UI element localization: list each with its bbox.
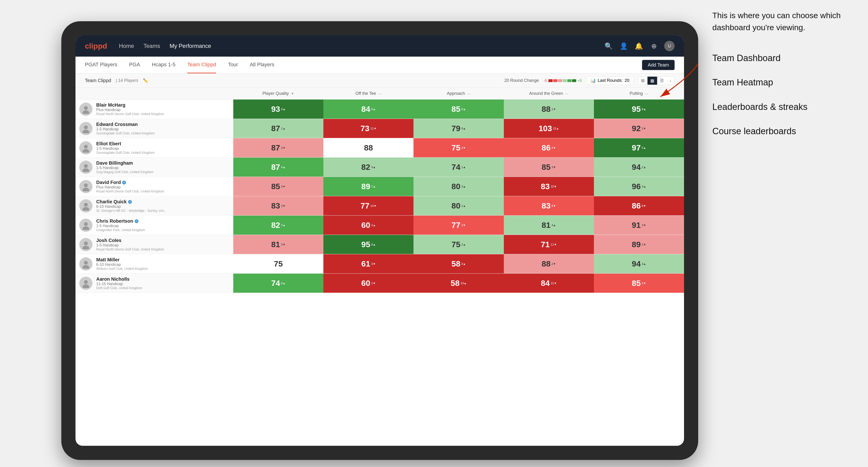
user-icon[interactable]: 👤 — [619, 41, 628, 51]
player-cell[interactable]: Aaron Nicholls 11-15 Handicap Drift Golf… — [75, 274, 233, 293]
score-value: 85 — [271, 182, 280, 191]
player-cell[interactable]: Elliot Ebert 1-5 Handicap Sunningdale Go… — [75, 138, 233, 157]
tab-pga[interactable]: PGA — [129, 57, 140, 73]
view-list-button[interactable]: ▦ — [647, 76, 657, 85]
score-value: 71 — [541, 240, 550, 249]
score-inner: 80 1▲ — [413, 196, 503, 215]
score-change: 3▲ — [281, 224, 285, 227]
app-logo[interactable]: clippd — [85, 42, 107, 51]
view-toggle: ⊞ ▦ ☰ ↓ — [638, 76, 675, 85]
nav-my-performance[interactable]: My Performance — [169, 43, 211, 49]
player-info: Chris Robertson ✓ 1-5 Handicap Craigmill… — [96, 218, 145, 232]
score-value: 75 — [274, 259, 283, 269]
score-value: 85 — [452, 104, 460, 114]
score-cell: 83 3▼ — [233, 196, 323, 216]
player-avatar — [79, 180, 92, 193]
score-change: 9▲ — [642, 107, 646, 111]
score-inner: 97 5▲ — [594, 138, 684, 157]
score-change: 3▼ — [642, 127, 646, 130]
player-cell[interactable]: Dave Billingham 1-5 Handicap Gog Magog G… — [75, 158, 233, 177]
player-avatar — [79, 102, 92, 116]
view-heatmap-button[interactable]: ☰ — [657, 76, 666, 85]
score-change: 4▲ — [281, 165, 285, 169]
score-cell: 75 3▼ — [413, 138, 503, 158]
player-name: Josh Coles — [96, 238, 164, 243]
table-header-row: Player Quality ▼ Off the Tee — Approach … — [75, 88, 684, 99]
score-change: 1▲ — [642, 165, 646, 169]
bell-icon[interactable]: 🔔 — [634, 41, 644, 51]
nav-bar: clippd Home Teams My Performance 🔍 👤 🔔 ⊕… — [75, 35, 684, 57]
score-inner: 89 2▼ — [594, 235, 684, 254]
player-cell[interactable]: Josh Coles 1-5 Handicap Royal North Devo… — [75, 235, 233, 254]
view-download-button[interactable]: ↓ — [666, 76, 674, 85]
score-change: 4▲ — [281, 107, 285, 111]
score-value: 58 — [452, 259, 460, 269]
player-avatar — [79, 122, 92, 135]
player-cell[interactable]: Charlie Quick ✓ 6-10 Handicap St. George… — [75, 196, 233, 215]
nav-teams[interactable]: Teams — [144, 43, 160, 49]
player-cell[interactable]: Edward Crossman 1-5 Handicap Sunningdale… — [75, 119, 233, 138]
player-info: Edward Crossman 1-5 Handicap Sunningdale… — [96, 122, 155, 135]
user-avatar[interactable]: U — [664, 41, 675, 51]
player-handicap: 1-5 Handicap — [96, 147, 155, 151]
table-row: David Ford ✓ Plus Handicap Royal North D… — [75, 177, 684, 196]
tab-hcaps[interactable]: Hcaps 1-5 — [152, 57, 176, 73]
pos-badge: +5 — [578, 79, 582, 83]
score-inner: 75 — [233, 254, 323, 273]
last-rounds-label: Last Rounds: — [598, 78, 623, 83]
tab-tour[interactable]: Tour — [228, 57, 238, 73]
player-name: Elliot Ebert — [96, 141, 155, 147]
col-approach[interactable]: Approach — — [413, 88, 503, 99]
score-inner: 74 8▲ — [233, 274, 323, 293]
score-inner: 75 3▼ — [413, 138, 503, 157]
score-inner: 84 6▲ — [323, 99, 413, 119]
score-change: 3▲ — [642, 262, 646, 266]
score-inner: 81 4▲ — [504, 216, 594, 235]
tab-team-clippd[interactable]: Team Clippd — [187, 57, 216, 73]
score-inner: 60 1▼ — [323, 274, 413, 293]
svg-point-15 — [83, 246, 89, 249]
tab-pgat-players[interactable]: PGAT Players — [85, 57, 117, 73]
col-putting[interactable]: Putting — — [594, 88, 684, 99]
player-name: Chris Robertson ✓ — [96, 218, 145, 224]
nav-home[interactable]: Home — [119, 43, 134, 49]
score-value: 81 — [271, 240, 280, 249]
player-name: Blair McHarg — [96, 102, 164, 108]
last-rounds-button[interactable]: 📊 Last Rounds: 20 — [587, 76, 633, 85]
score-value: 91 — [632, 220, 641, 230]
score-value: 74 — [271, 279, 280, 288]
sort-arrow-approach: — — [467, 92, 470, 96]
score-cell: 82 3▲ — [233, 216, 323, 235]
score-cell: 77 3▼ — [413, 216, 503, 235]
tablet-frame: clippd Home Teams My Performance 🔍 👤 🔔 ⊕… — [61, 21, 698, 460]
score-value: 84 — [541, 279, 550, 288]
player-cell[interactable]: Blair McHarg Plus Handicap Royal North D… — [75, 99, 233, 119]
team-name: Team Clippd — [85, 78, 111, 83]
score-value: 95 — [361, 240, 370, 249]
col-player-quality[interactable]: Player Quality ▼ — [233, 88, 323, 99]
score-change: 3▼ — [552, 165, 556, 169]
score-cell: 95 9▲ — [594, 99, 684, 119]
score-value: 103 — [538, 124, 552, 133]
col-off-tee[interactable]: Off the Tee — — [323, 88, 413, 99]
callout-text: This is where you can choose which dashb… — [712, 9, 859, 33]
score-inner: 88 2▼ — [504, 254, 594, 273]
tab-all-players[interactable]: All Players — [250, 57, 274, 73]
score-inner: 94 3▲ — [594, 254, 684, 273]
edit-icon[interactable]: ✏️ — [143, 78, 148, 83]
player-cell[interactable]: Matt Miller 6-10 Handicap Woburn Golf Cl… — [75, 254, 233, 273]
settings-icon[interactable]: ⊕ — [649, 41, 658, 51]
player-info: Josh Coles 1-5 Handicap Royal North Devo… — [96, 238, 164, 251]
score-value: 58 — [451, 279, 460, 288]
verified-icon: ✓ — [122, 181, 126, 184]
add-team-button[interactable]: Add Team — [642, 60, 675, 70]
score-cell: 88 — [323, 138, 413, 158]
view-grid-button[interactable]: ⊞ — [638, 76, 647, 85]
score-cell: 84 6▲ — [323, 99, 413, 119]
player-club: Royal North Devon Golf Club, United King… — [96, 189, 164, 193]
player-cell[interactable]: Chris Robertson ✓ 1-5 Handicap Craigmill… — [75, 216, 233, 235]
score-change: 11▼ — [551, 243, 557, 246]
col-around-green[interactable]: Around the Green — — [504, 88, 594, 99]
player-cell[interactable]: David Ford ✓ Plus Handicap Royal North D… — [75, 177, 233, 196]
search-icon[interactable]: 🔍 — [604, 41, 613, 51]
